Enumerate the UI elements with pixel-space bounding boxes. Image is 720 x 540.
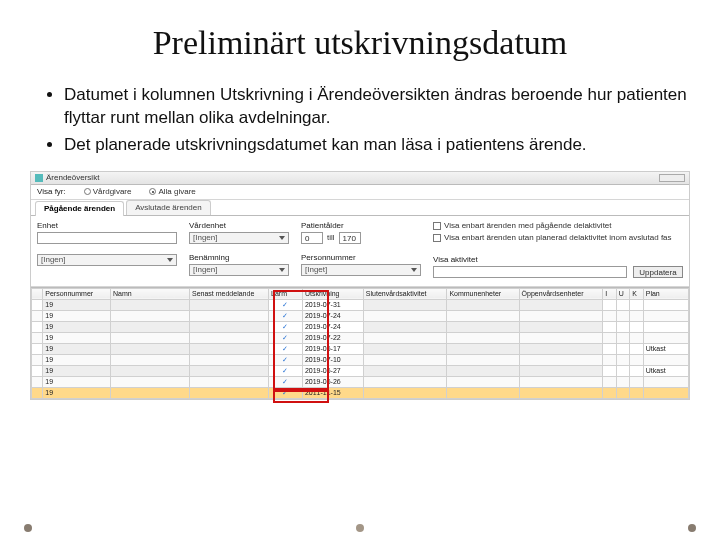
benamning-select[interactable]: [Ingen] bbox=[189, 264, 289, 276]
checkbox[interactable] bbox=[433, 222, 441, 230]
visa-aktivitet-label: Visa aktivitet bbox=[433, 256, 627, 264]
cell-senast-meddelande bbox=[190, 310, 269, 321]
cell-senast-meddelande bbox=[190, 343, 269, 354]
benamning-label: Benämning bbox=[189, 254, 289, 262]
window-controls-icon bbox=[659, 174, 685, 182]
cell-k bbox=[630, 387, 644, 398]
enhet-input[interactable] bbox=[37, 232, 177, 244]
table-row[interactable]: 19✓2019-07-24 bbox=[32, 321, 689, 332]
cell-namn bbox=[111, 365, 190, 376]
cell-k bbox=[630, 354, 644, 365]
cell-plan bbox=[643, 321, 688, 332]
cell-slutenvard bbox=[363, 299, 447, 310]
col-senast-meddelande[interactable]: Senast meddelande bbox=[190, 288, 269, 299]
pager-dot-icon bbox=[24, 524, 32, 532]
app-titlebar: Ärendeöversikt bbox=[31, 172, 689, 185]
app-window-title: Ärendeöversikt bbox=[46, 174, 99, 182]
cell-plan bbox=[643, 299, 688, 310]
table-row[interactable]: 19✓2019-07-31 bbox=[32, 299, 689, 310]
cell-i bbox=[603, 299, 617, 310]
cell-namn bbox=[111, 332, 190, 343]
cell-slutenvard bbox=[363, 321, 447, 332]
tab-pagaende[interactable]: Pågående ärenden bbox=[35, 201, 124, 216]
cell-blank bbox=[32, 376, 43, 387]
cell-slutenvard bbox=[363, 354, 447, 365]
col-blank[interactable] bbox=[32, 288, 43, 299]
cell-k bbox=[630, 310, 644, 321]
radio-vardgivare[interactable]: Vårdgivare bbox=[84, 188, 132, 196]
table-row[interactable]: 19✓2019-06-17Utkast bbox=[32, 343, 689, 354]
cell-larm: ✓ bbox=[269, 387, 303, 398]
cell-slutenvard bbox=[363, 310, 447, 321]
col-personnummer[interactable]: Personnummer bbox=[43, 288, 111, 299]
cell-oppenvard bbox=[519, 332, 603, 343]
col-oppenvard[interactable]: Öppenvårdsenheter bbox=[519, 288, 603, 299]
cell-i bbox=[603, 310, 617, 321]
cell-slutenvard bbox=[363, 332, 447, 343]
cell-utskrivning: 2019-07-22 bbox=[302, 332, 363, 343]
checkbox[interactable] bbox=[433, 234, 441, 242]
table-row[interactable]: 19✓2019-07-24 bbox=[32, 310, 689, 321]
cell-personnummer: 19 bbox=[43, 376, 111, 387]
personnummer-label: Personnummer bbox=[301, 254, 421, 262]
cell-larm: ✓ bbox=[269, 310, 303, 321]
cell-namn bbox=[111, 376, 190, 387]
table-row[interactable]: 19✓2019-07-10 bbox=[32, 354, 689, 365]
cell-larm: ✓ bbox=[269, 365, 303, 376]
vardenhet-select-1[interactable]: [Ingen] bbox=[189, 232, 289, 244]
cell-utskrivning: 2019-07-31 bbox=[302, 299, 363, 310]
col-utskrivning[interactable]: Utskrivning bbox=[302, 288, 363, 299]
cell-senast-meddelande bbox=[190, 321, 269, 332]
col-k[interactable]: K bbox=[630, 288, 644, 299]
table-row[interactable]: 19✓2019-07-22 bbox=[32, 332, 689, 343]
cell-k bbox=[630, 299, 644, 310]
cell-plan: Utkast bbox=[643, 343, 688, 354]
check-label-1: Visa enbart ärenden med pågående delakti… bbox=[444, 222, 612, 230]
cell-blank bbox=[32, 343, 43, 354]
cell-i bbox=[603, 343, 617, 354]
cell-k bbox=[630, 343, 644, 354]
cell-u bbox=[616, 299, 630, 310]
radio-alla-givare[interactable]: Alla givare bbox=[149, 188, 195, 196]
cell-personnummer: 19 bbox=[43, 354, 111, 365]
chevron-down-icon bbox=[279, 236, 285, 240]
enhet-label: Enhet bbox=[37, 222, 177, 230]
cell-senast-meddelande bbox=[190, 387, 269, 398]
age-from-input[interactable]: 0 bbox=[301, 232, 323, 244]
app-screenshot: Ärendeöversikt Visa fyr: Vårdgivare Alla… bbox=[30, 171, 690, 400]
cell-plan bbox=[643, 387, 688, 398]
filter-panel: Enhet [Ingen] Vårdenhet [Ingen] bbox=[31, 216, 689, 287]
col-slutenvard[interactable]: Slutenvårdsaktivitet bbox=[363, 288, 447, 299]
cell-slutenvard bbox=[363, 365, 447, 376]
table-row[interactable]: 19✓2019-06-27Utkast bbox=[32, 365, 689, 376]
cell-u bbox=[616, 365, 630, 376]
col-i[interactable]: I bbox=[603, 288, 617, 299]
cell-personnummer: 19 bbox=[43, 299, 111, 310]
cell-u bbox=[616, 343, 630, 354]
tab-avslutade[interactable]: Avslutade ärenden bbox=[126, 200, 211, 215]
select-value: [Ingen] bbox=[193, 264, 217, 276]
col-kommunenheter[interactable]: Kommunenheter bbox=[447, 288, 519, 299]
personnummer-select[interactable]: [Inget] bbox=[301, 264, 421, 276]
col-larm[interactable]: Larm bbox=[269, 288, 303, 299]
cell-utskrivning: 2019-06-27 bbox=[302, 365, 363, 376]
table-row[interactable]: 19✓2011-11-15 bbox=[32, 387, 689, 398]
visa-aktivitet-input[interactable] bbox=[433, 266, 627, 278]
cell-senast-meddelande bbox=[190, 354, 269, 365]
cell-personnummer: 19 bbox=[43, 343, 111, 354]
enhet-select[interactable]: [Ingen] bbox=[37, 254, 177, 266]
cell-blank bbox=[32, 354, 43, 365]
col-namn[interactable]: Namn bbox=[111, 288, 190, 299]
cell-i bbox=[603, 354, 617, 365]
col-plan[interactable]: Plan bbox=[643, 288, 688, 299]
cell-k bbox=[630, 332, 644, 343]
cell-larm: ✓ bbox=[269, 376, 303, 387]
cell-plan bbox=[643, 376, 688, 387]
table-row[interactable]: 19✓2019-06-26 bbox=[32, 376, 689, 387]
cell-oppenvard bbox=[519, 354, 603, 365]
update-button[interactable]: Uppdatera bbox=[633, 266, 683, 278]
select-value: [Inget] bbox=[305, 264, 327, 276]
age-to-input[interactable]: 170 bbox=[339, 232, 361, 244]
col-u[interactable]: U bbox=[616, 288, 630, 299]
cell-blank bbox=[32, 365, 43, 376]
